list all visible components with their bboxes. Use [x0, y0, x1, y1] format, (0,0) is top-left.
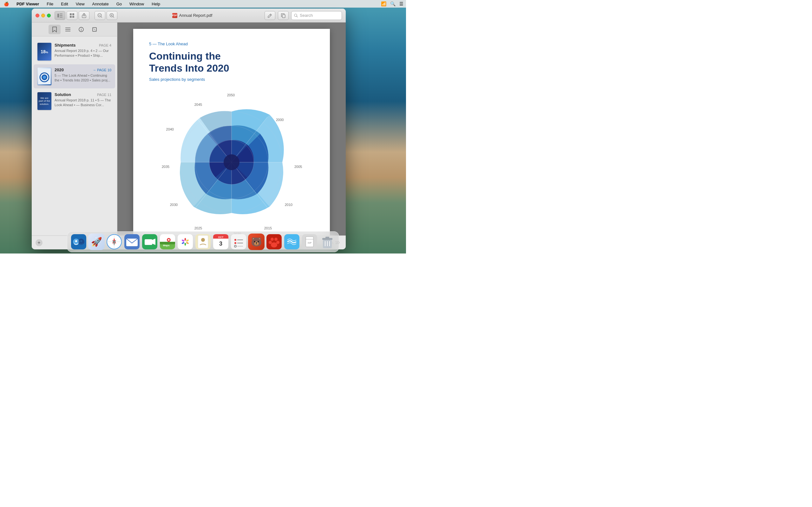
bear-icon: 🐻	[251, 237, 262, 247]
edit-menu[interactable]: Edit	[60, 1, 69, 7]
sidebar-item-desc-2020: 5 — The Look Ahead • Continuing the • Tr…	[55, 73, 111, 83]
traffic-lights	[36, 14, 51, 17]
minimize-button[interactable]	[41, 14, 45, 17]
maximize-button[interactable]	[47, 14, 51, 17]
svg-point-102	[271, 242, 277, 247]
svg-line-19	[297, 16, 298, 17]
sidebar-toolbar	[32, 22, 117, 37]
crop-tool-button[interactable]	[89, 25, 101, 34]
sidebar: 18% Shipments PAGE 4 Annual Report 2019 …	[32, 22, 117, 249]
sidebar-item-title-solution: Solution	[55, 92, 71, 97]
svg-line-11	[101, 16, 102, 17]
dock-xip[interactable]: XIP	[301, 233, 318, 250]
search-field[interactable]: Search	[291, 11, 342, 20]
svg-text:2040: 2040	[166, 127, 174, 131]
info-tool-button[interactable]	[75, 25, 87, 34]
dock-photos[interactable]	[177, 233, 194, 250]
svg-text:2025: 2025	[194, 226, 202, 230]
svg-rect-1	[60, 14, 62, 14]
sidebar-thumb-2020	[38, 67, 51, 85]
dock-bear[interactable]: 🐻	[248, 233, 264, 250]
dock-calendar[interactable]: 3 OCT	[212, 233, 229, 250]
menubar-right: 📶 🔍 ☰	[381, 1, 403, 6]
svg-point-101	[276, 241, 280, 244]
svg-rect-110	[325, 237, 329, 239]
svg-rect-90	[231, 234, 246, 249]
dock-redirector[interactable]	[266, 233, 282, 250]
wifi-icon: 📶	[381, 1, 386, 6]
titlebar: PDF Annual Report.pdf	[32, 9, 346, 22]
svg-point-51	[223, 154, 240, 170]
dock: 🚀	[67, 231, 339, 252]
svg-point-99	[274, 238, 277, 241]
add-button[interactable]: +	[36, 239, 43, 246]
sidebar-item-solution[interactable]: We are part of the solution. Solution PA…	[34, 89, 115, 113]
help-menu[interactable]: Help	[150, 1, 161, 7]
sidebar-toggle-button[interactable]	[55, 11, 65, 20]
annotate-menu[interactable]: Annotate	[91, 1, 110, 7]
dock-facetime[interactable]	[142, 233, 158, 250]
svg-text:2050: 2050	[227, 93, 235, 97]
grid-view-button[interactable]	[67, 11, 78, 20]
dock-maps[interactable]: Maps	[159, 233, 176, 250]
svg-rect-3	[60, 17, 62, 17]
dock-mail[interactable]	[124, 233, 140, 250]
zoom-in-button[interactable]	[107, 11, 117, 20]
dock-contacts[interactable]	[195, 233, 211, 250]
svg-line-16	[270, 14, 271, 15]
sidebar-item-page-2020[interactable]: → → PAGE 10PAGE 10	[93, 68, 111, 72]
annotate-button[interactable]	[264, 11, 275, 20]
view-menu[interactable]: View	[74, 1, 86, 7]
sidebar-item-title-2020: 2020	[55, 67, 64, 72]
app-name-menu[interactable]: PDF Viewer	[15, 1, 40, 7]
go-menu[interactable]: Go	[115, 1, 123, 7]
sidebar-thumb-shipments: 18%	[38, 43, 51, 60]
apple-menu[interactable]: 🍎	[3, 1, 10, 7]
chart-container: 2050 2045 2040 2035 2030 2025 2020 2015 …	[149, 89, 314, 235]
close-button[interactable]	[36, 14, 39, 17]
bookmark-tool-button[interactable]	[49, 25, 61, 34]
svg-text:2005: 2005	[294, 165, 302, 169]
pdf-scroll[interactable]: 5 — The Look Ahead Continuing the Trends…	[117, 22, 346, 235]
svg-point-98	[270, 238, 274, 241]
file-menu[interactable]: File	[45, 1, 55, 7]
sidebar-item-header-solution: Solution PAGE 11	[55, 92, 111, 97]
svg-rect-5	[72, 13, 74, 15]
dock-launchpad[interactable]: 🚀	[88, 233, 105, 250]
dock-trash[interactable]	[319, 233, 336, 250]
sidebar-item-desc-solution: Annual Report 2018 p. 11 • 5 — The Look …	[55, 98, 111, 108]
svg-text:2035: 2035	[162, 165, 169, 169]
window-menu[interactable]: Window	[128, 1, 145, 7]
share-button[interactable]	[79, 11, 90, 20]
pdf-viewer-window: PDF Annual Report.pdf	[32, 9, 346, 249]
menu-icon[interactable]: ☰	[399, 1, 403, 6]
svg-text:2015: 2015	[264, 226, 272, 230]
dock-reminders[interactable]	[230, 233, 247, 250]
svg-text:2045: 2045	[194, 103, 202, 107]
dock-safari[interactable]	[106, 233, 122, 250]
sidebar-item-title: Shipments	[55, 43, 75, 48]
list-tool-button[interactable]	[62, 25, 74, 34]
menubar-left: 🍎 PDF Viewer File Edit View Annotate Go …	[3, 1, 161, 7]
sidebar-item-header: Shipments PAGE 4	[55, 43, 111, 48]
titlebar-right: Search	[264, 11, 342, 20]
zoom-out-button[interactable]	[95, 11, 105, 20]
svg-point-91	[235, 239, 236, 241]
dock-finder[interactable]	[70, 233, 87, 250]
search-placeholder: Search	[300, 13, 313, 18]
dock-airflow[interactable]	[284, 233, 300, 250]
pdf-subtitle: Sales projections by segments	[149, 77, 314, 82]
sidebar-item[interactable]: 18% Shipments PAGE 4 Annual Report 2019 …	[34, 40, 115, 64]
search-icon[interactable]: 🔍	[390, 1, 396, 6]
svg-rect-71	[145, 239, 152, 245]
zoom-tools	[95, 11, 117, 20]
copy-button[interactable]	[278, 11, 289, 20]
svg-point-25	[81, 28, 82, 29]
sidebar-item-2020[interactable]: 2020 → → PAGE 10PAGE 10 5 — The Look Ahe…	[34, 64, 115, 89]
pdf-page: 5 — The Look Ahead Continuing the Trends…	[133, 29, 330, 235]
sidebar-items: 18% Shipments PAGE 4 Annual Report 2019 …	[32, 37, 117, 235]
svg-line-15	[113, 16, 114, 17]
window-title: PDF Annual Report.pdf	[120, 13, 264, 18]
svg-point-31	[43, 76, 46, 79]
svg-text:2010: 2010	[285, 203, 293, 207]
